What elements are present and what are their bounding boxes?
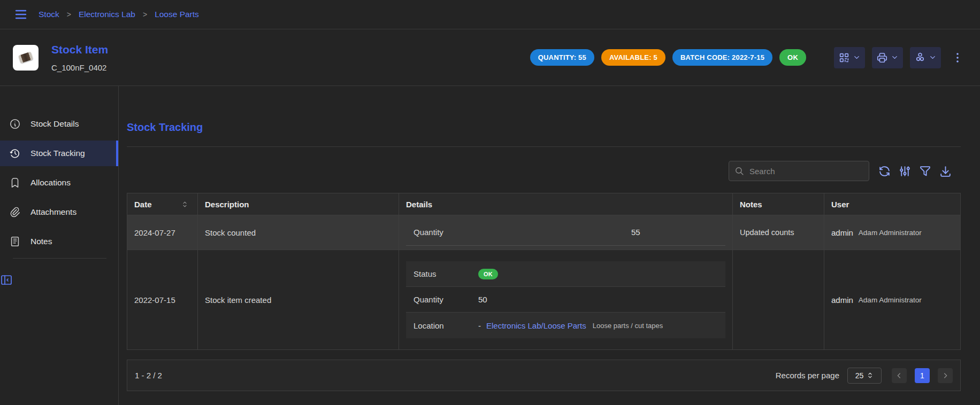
details-subtable: Status OK Quantity 50 Location - Electro… (406, 261, 725, 338)
column-header-notes: Notes (733, 193, 824, 215)
main-content: Stock Tracking (119, 86, 980, 405)
breadcrumb-electronics-lab[interactable]: Electronics Lab (79, 10, 135, 19)
breadcrumb-separator: > (67, 10, 71, 19)
page-size-value: 25 (855, 371, 864, 380)
location-description: Loose parts / cut tapes (593, 322, 663, 330)
user-fullname: Adam Administrator (859, 296, 922, 304)
username: admin (831, 295, 853, 305)
chevron-down-icon (853, 53, 861, 61)
chevron-right-icon (941, 371, 950, 380)
info-circle-icon (9, 118, 21, 130)
table-row[interactable]: 2022-07-15 Stock item created Status OK (127, 250, 960, 349)
column-header-description[interactable]: Description (198, 193, 399, 215)
refresh-icon[interactable] (878, 165, 891, 178)
detail-label: Location (414, 321, 478, 330)
next-page-button[interactable] (938, 368, 953, 383)
ok-status-badge: OK (478, 269, 498, 279)
sidebar-item-label: Stock Tracking (30, 149, 85, 158)
sidebar-divider (13, 258, 106, 259)
top-navigation-bar: Stock > Electronics Lab > Loose Parts (0, 0, 980, 29)
column-header-date[interactable]: Date (127, 193, 198, 215)
previous-page-button[interactable] (892, 368, 907, 383)
column-label: Date (134, 200, 152, 209)
filter-icon[interactable] (918, 165, 932, 178)
download-icon[interactable] (939, 165, 952, 178)
row-description: Stock item created (205, 295, 271, 305)
stock-actions-button[interactable] (910, 47, 941, 68)
status-badges: QUANTITY: 55 AVAILABLE: 5 BATCH CODE: 20… (530, 49, 806, 66)
bookmark-icon (9, 177, 21, 189)
table-header-row: Date Description Details Notes (127, 193, 960, 215)
column-header-details: Details (399, 193, 733, 215)
chevron-down-icon (891, 53, 899, 61)
user-fullname: Adam Administrator (859, 229, 922, 237)
detail-label: Quantity (414, 228, 478, 237)
chevron-left-icon (895, 371, 904, 380)
detail-value: 55 (631, 228, 640, 237)
chevron-down-icon (929, 53, 937, 61)
search-input[interactable] (749, 167, 863, 176)
page-1-button[interactable]: 1 (915, 368, 930, 383)
detail-value: 50 (478, 295, 487, 304)
printer-icon (876, 52, 888, 64)
column-label: Details (406, 200, 432, 209)
paperclip-icon (9, 206, 21, 218)
notes-icon (9, 236, 21, 247)
search-icon (734, 166, 745, 176)
breadcrumb-separator: > (143, 10, 147, 19)
stock-tracking-table: Date Description Details Notes (127, 193, 961, 350)
record-range: 1 - 2 / 2 (135, 371, 162, 380)
username: admin (831, 228, 853, 237)
header-actions (834, 47, 964, 68)
sort-selector-icon (181, 200, 189, 208)
column-label: Notes (740, 200, 762, 209)
table-footer: 1 - 2 / 2 Records per page 25 (127, 360, 961, 391)
qrcode-icon (838, 52, 850, 64)
location-link[interactable]: Electronics Lab/Loose Parts (486, 321, 586, 330)
sidebar-item-stock-tracking[interactable]: Stock Tracking (0, 141, 118, 166)
available-badge: AVAILABLE: 5 (601, 49, 665, 66)
sidebar-item-allocations[interactable]: Allocations (0, 170, 118, 196)
heading-divider (127, 146, 961, 147)
stock-item-thumbnail[interactable] (13, 45, 39, 71)
batch-code-badge: BATCH CODE: 2022-7-15 (672, 49, 772, 66)
detail-row-location: Location - Electronics Lab/Loose Parts L… (406, 313, 725, 338)
column-label: User (831, 200, 849, 209)
detail-label: Quantity (414, 295, 478, 304)
row-date: 2022-07-15 (134, 295, 175, 305)
section-heading: Stock Tracking (127, 121, 961, 134)
sidebar-item-label: Allocations (30, 178, 71, 188)
adjustments-icon[interactable] (898, 165, 912, 178)
column-label: Description (205, 200, 249, 209)
sidebar-item-label: Notes (30, 237, 52, 246)
table-toolbar (127, 161, 961, 181)
print-actions-button[interactable] (872, 47, 903, 68)
sidebar-item-label: Stock Details (30, 119, 79, 129)
page-number: 1 (920, 371, 924, 380)
dots-vertical-icon[interactable] (951, 51, 964, 64)
stock-item-header: Stock Item C_100nF_0402 QUANTITY: 55 AVA… (0, 29, 980, 85)
breadcrumb: Stock > Electronics Lab > Loose Parts (39, 10, 199, 19)
table-action-icons (878, 165, 952, 178)
breadcrumb-loose-parts[interactable]: Loose Parts (155, 10, 199, 19)
collapse-sidebar-icon[interactable] (0, 274, 118, 286)
table-row[interactable]: 2024-07-27 Stock counted Quantity 55 Upd… (127, 215, 960, 250)
row-date: 2024-07-27 (134, 228, 175, 237)
detail-row-quantity: Quantity 50 (406, 287, 725, 313)
barcode-actions-button[interactable] (834, 47, 865, 68)
sidebar-item-notes[interactable]: Notes (0, 229, 118, 254)
records-per-page-label: Records per page (776, 371, 839, 380)
ok-status-badge: OK (779, 49, 806, 66)
sidebar: Stock Details Stock Tracking Allocations (0, 86, 119, 405)
sidebar-item-attachments[interactable]: Attachments (0, 199, 118, 225)
part-name: C_100nF_0402 (51, 63, 108, 72)
breadcrumb-stock[interactable]: Stock (39, 10, 59, 19)
sidebar-item-label: Attachments (30, 207, 76, 217)
sidebar-item-stock-details[interactable]: Stock Details (0, 111, 118, 137)
selector-icon (867, 372, 874, 379)
hamburger-menu-icon[interactable] (13, 8, 29, 21)
detail-row-status: Status OK (406, 261, 725, 287)
quantity-badge: QUANTITY: 55 (530, 49, 594, 66)
column-header-user: User (824, 193, 960, 215)
page-size-select[interactable]: 25 (847, 368, 882, 384)
